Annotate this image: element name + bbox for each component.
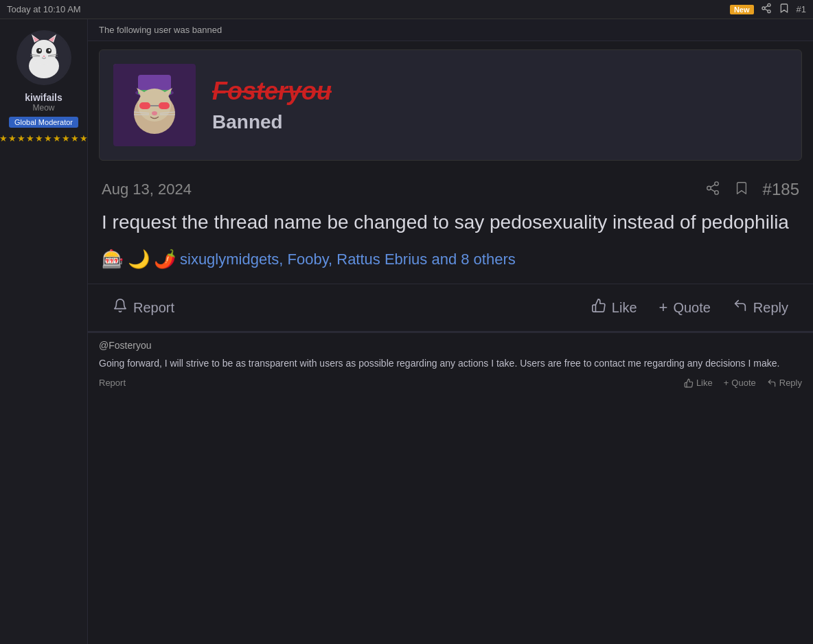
plus-icon: +: [659, 299, 668, 317]
share-icon[interactable]: [761, 3, 772, 16]
mention: @Fosteryou: [99, 340, 802, 351]
svg-line-40: [710, 189, 714, 192]
small-like-button[interactable]: Like: [684, 378, 713, 388]
svg-line-41: [710, 184, 714, 187]
sidebar: kiwifails Meow Global Moderator ★★★★★★★★…: [0, 19, 88, 644]
svg-point-7: [32, 40, 56, 65]
svg-point-32: [152, 111, 157, 115]
svg-line-3: [764, 9, 768, 11]
main-content: The following user was banned: [88, 19, 813, 644]
svg-point-38: [707, 186, 711, 190]
svg-point-39: [714, 190, 718, 194]
role-badge: Global Moderator: [9, 117, 78, 128]
post-number-top: #1: [797, 4, 806, 14]
user-title: Meow: [32, 103, 54, 113]
report-button[interactable]: Report: [102, 294, 185, 321]
username[interactable]: kiwifails: [25, 92, 62, 103]
bookmark-icon[interactable]: [779, 3, 790, 16]
small-like-label: Like: [696, 378, 713, 388]
share-post-icon[interactable]: [705, 181, 720, 199]
svg-rect-27: [139, 102, 150, 109]
small-quote-button[interactable]: + Quote: [724, 378, 756, 388]
banned-avatar: [113, 64, 196, 146]
reaction-users[interactable]: sixuglymidgets, Fooby, Rattus Ebrius and…: [180, 251, 516, 268]
small-reply-button[interactable]: Reply: [767, 378, 802, 388]
report-label: Report: [133, 300, 174, 316]
banned-username[interactable]: Fosteryou: [212, 77, 332, 106]
timestamp: Today at 10:10 AM: [7, 4, 81, 14]
banned-card: Fosteryou Banned: [99, 49, 802, 161]
reply-icon: [733, 298, 748, 317]
banned-status: Banned: [212, 111, 332, 133]
post-date: Aug 13, 2024: [102, 181, 192, 198]
reaction-slot-icon: 🎰: [102, 249, 124, 270]
svg-point-37: [714, 181, 718, 185]
action-bar: Report Like + Quote Reply: [88, 284, 813, 331]
thumbsup-icon: [591, 298, 606, 317]
banned-info: Fosteryou Banned: [212, 77, 332, 133]
post-number: #185: [763, 180, 799, 199]
small-reply-label: Reply: [779, 378, 802, 388]
small-plus-icon: +: [724, 378, 729, 388]
reactions: 🎰 🌙 🌶️ sixuglymidgets, Fooby, Rattus Ebr…: [102, 249, 799, 270]
reaction-moon-icon: 🌙: [128, 249, 150, 270]
small-quote-label: Quote: [731, 378, 755, 388]
bookmark-post-icon[interactable]: [734, 181, 749, 199]
stars: ★★★★★★★★★★: [0, 133, 89, 143]
post-header-actions: #185: [705, 180, 799, 199]
second-post: @Fosteryou Going forward, I will strive …: [88, 332, 813, 395]
top-bar-actions: New #1: [730, 3, 806, 16]
like-label: Like: [612, 300, 637, 316]
svg-line-4: [764, 5, 768, 8]
top-bar: Today at 10:10 AM New #1: [0, 0, 813, 19]
new-badge[interactable]: New: [730, 5, 754, 14]
quote-label: Quote: [673, 300, 710, 316]
post-text: I request the thread name be changed to …: [102, 210, 799, 235]
small-right-actions: Like + Quote Reply: [684, 378, 802, 388]
post-header: Aug 13, 2024 #185: [88, 169, 813, 205]
layout: kiwifails Meow Global Moderator ★★★★★★★★…: [0, 19, 813, 644]
post-content: I request the thread name be changed to …: [88, 205, 813, 284]
quote-button[interactable]: + Quote: [648, 295, 722, 321]
banned-notice: The following user was banned: [88, 19, 813, 41]
like-button[interactable]: Like: [580, 294, 648, 321]
svg-point-14: [38, 49, 41, 51]
avatar: [16, 30, 71, 85]
small-action-bar: Report Like + Quote Reply: [99, 378, 802, 388]
svg-point-15: [48, 49, 50, 51]
second-post-body: Going forward, I will strive to be as tr…: [99, 356, 802, 371]
bell-icon: [113, 298, 128, 317]
svg-rect-28: [159, 102, 170, 109]
reply-button[interactable]: Reply: [722, 294, 799, 321]
small-report-button[interactable]: Report: [99, 378, 126, 388]
reaction-pepper-icon: 🌶️: [154, 249, 176, 270]
reply-label: Reply: [753, 300, 788, 316]
